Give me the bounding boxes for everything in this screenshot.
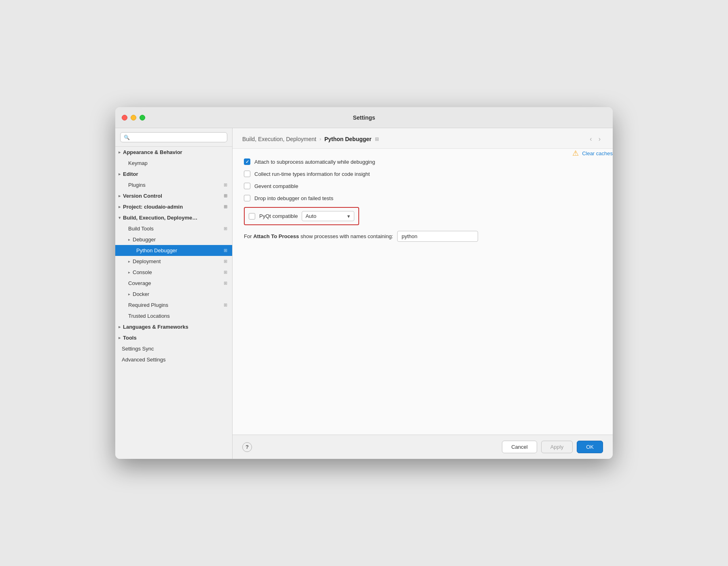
title-bar: Settings: [115, 107, 613, 128]
main-area: 🔍 ▸ Appearance & Behavior Keymap ▸ Edito…: [115, 128, 613, 459]
checkbox-2[interactable]: [244, 171, 250, 177]
sidebar-item-label: Build, Execution, Deployme…: [123, 215, 197, 221]
sidebar-item-python-debugger[interactable]: Python Debugger ⊞: [115, 245, 232, 256]
chevron-right-icon: ▸: [119, 336, 121, 340]
search-bar: 🔍: [115, 128, 232, 147]
sidebar-item-label: Languages & Frameworks: [123, 324, 188, 330]
cancel-button[interactable]: Cancel: [502, 441, 537, 453]
breadcrumb-current: Python Debugger: [324, 136, 372, 142]
sidebar-item-required-plugins[interactable]: Required Plugins ⊞: [115, 300, 232, 310]
sidebar-item-label: Keymap: [128, 160, 148, 166]
search-icon: 🔍: [124, 135, 130, 140]
sidebar-item-label: Version Control: [123, 193, 162, 199]
window-title: Settings: [353, 114, 375, 121]
checkbox-3[interactable]: [244, 183, 250, 189]
attach-label: For Attach To Process show processes wit…: [244, 233, 393, 239]
settings-icon: ⊞: [224, 204, 227, 209]
process-name-input[interactable]: [397, 231, 478, 242]
sidebar-item-label: Required Plugins: [128, 302, 168, 308]
sidebar-item-console[interactable]: ▸ Console ⊞: [115, 267, 232, 278]
apply-button[interactable]: Apply: [541, 441, 573, 453]
setting-label-1: Attach to subprocess automatically while…: [254, 159, 375, 165]
action-buttons: Cancel Apply OK: [502, 441, 603, 453]
setting-row-3: Gevent compatible: [244, 183, 601, 189]
chevron-right-icon: ▸: [119, 194, 121, 198]
bottom-bar: ? Cancel Apply OK: [233, 435, 613, 459]
back-button[interactable]: ‹: [587, 135, 594, 144]
pyqt-dropdown[interactable]: Auto ▼: [302, 211, 354, 221]
checkbox-pyqt[interactable]: PyQt compatible: [249, 213, 298, 220]
forward-button[interactable]: ›: [596, 135, 603, 144]
pyqt-row: PyQt compatible Auto ▼: [244, 207, 359, 225]
sidebar-item-debugger[interactable]: ▸ Debugger: [115, 234, 232, 245]
settings-window: Settings 🔍 ▸ Appearance & Behavior Keyma…: [115, 107, 613, 459]
sidebar-item-project[interactable]: ▸ Project: cloudaio-admin ⊞: [115, 201, 232, 212]
sidebar-item-label: Python Debugger: [136, 247, 177, 253]
sidebar: 🔍 ▸ Appearance & Behavior Keymap ▸ Edito…: [115, 128, 233, 459]
attach-label-bold: Attach To Process: [253, 233, 299, 239]
chevron-down-icon: ▾: [119, 215, 121, 220]
sidebar-item-label: Console: [133, 269, 152, 275]
traffic-lights: [122, 115, 145, 120]
sidebar-item-plugins[interactable]: Plugins ⊞: [115, 180, 232, 190]
search-wrapper[interactable]: 🔍: [120, 132, 227, 142]
settings-icon: ⊞: [224, 259, 227, 264]
sidebar-item-languages[interactable]: ▸ Languages & Frameworks: [115, 321, 232, 332]
sidebar-item-label: Trusted Locations: [128, 313, 170, 319]
sidebar-item-appearance[interactable]: ▸ Appearance & Behavior: [115, 147, 232, 158]
sidebar-item-version-control[interactable]: ▸ Version Control ⊞: [115, 190, 232, 201]
checkbox-drop-debugger[interactable]: Drop into debugger on failed tests: [244, 195, 333, 201]
sidebar-item-build-tools[interactable]: Build Tools ⊞: [115, 223, 232, 234]
checkbox-attach-subprocess[interactable]: Attach to subprocess automatically while…: [244, 158, 375, 165]
settings-icon: ⊞: [224, 226, 227, 231]
sidebar-item-label: Advanced Settings: [122, 357, 165, 363]
chevron-down-icon: ▸: [119, 150, 121, 154]
sidebar-item-advanced-settings[interactable]: Advanced Settings: [115, 354, 232, 365]
sidebar-item-settings-sync[interactable]: Settings Sync: [115, 343, 232, 354]
pyqt-dropdown-value: Auto: [305, 213, 343, 219]
sidebar-item-trusted-locations[interactable]: Trusted Locations: [115, 310, 232, 321]
checkbox-1[interactable]: [244, 158, 250, 165]
checkbox-collect-types[interactable]: Collect run-time types information for c…: [244, 171, 370, 177]
breadcrumb-icon: ⊞: [375, 136, 379, 142]
sidebar-item-label: Tools: [123, 335, 137, 341]
sidebar-item-label: Deployment: [133, 258, 161, 264]
content-body: ⚠ Clear caches Attach to subprocess auto…: [233, 149, 613, 435]
chevron-right-icon: ▸: [119, 205, 121, 209]
breadcrumb: Build, Execution, Deployment › Python De…: [242, 136, 379, 142]
content-wrapper: Build, Execution, Deployment › Python De…: [233, 128, 613, 459]
close-button[interactable]: [122, 115, 127, 120]
checkbox-gevent[interactable]: Gevent compatible: [244, 183, 298, 189]
chevron-right-icon: ▸: [119, 172, 121, 176]
help-button[interactable]: ?: [242, 442, 252, 452]
sidebar-item-coverage[interactable]: Coverage ⊞: [115, 278, 232, 289]
chevron-right-icon: ▸: [128, 292, 130, 296]
chevron-right-icon: ▸: [128, 237, 130, 242]
clear-caches-link[interactable]: Clear caches: [582, 150, 613, 156]
sidebar-item-label: Editor: [123, 171, 138, 177]
sidebar-item-docker[interactable]: ▸ Docker: [115, 289, 232, 300]
sidebar-item-label: Debugger: [133, 237, 156, 243]
sidebar-item-label: Coverage: [128, 280, 151, 286]
breadcrumb-parent: Build, Execution, Deployment: [242, 136, 316, 142]
sidebar-item-editor[interactable]: ▸ Editor: [115, 169, 232, 180]
checkbox-4[interactable]: [244, 195, 250, 201]
sidebar-item-tools[interactable]: ▸ Tools: [115, 332, 232, 343]
attach-process-row: For Attach To Process show processes wit…: [244, 231, 601, 242]
settings-icon: ⊞: [224, 281, 227, 286]
checkbox-pyqt[interactable]: [249, 213, 255, 220]
search-input[interactable]: [132, 134, 224, 140]
clear-caches-area[interactable]: ⚠ Clear caches: [572, 149, 613, 158]
content-area: Build, Execution, Deployment › Python De…: [233, 128, 613, 435]
sidebar-item-build-exec[interactable]: ▾ Build, Execution, Deployme…: [115, 212, 232, 223]
sidebar-item-label: Build Tools: [128, 226, 154, 232]
setting-row-2: Collect run-time types information for c…: [244, 171, 601, 177]
sidebar-item-keymap[interactable]: Keymap: [115, 158, 232, 169]
ok-button[interactable]: OK: [577, 441, 603, 453]
dropdown-arrow-icon: ▼: [346, 214, 351, 219]
chevron-right-icon: ▸: [119, 325, 121, 329]
minimize-button[interactable]: [131, 115, 136, 120]
sidebar-item-deployment[interactable]: ▸ Deployment ⊞: [115, 256, 232, 267]
sidebar-item-label: Docker: [133, 291, 149, 297]
maximize-button[interactable]: [140, 115, 145, 120]
